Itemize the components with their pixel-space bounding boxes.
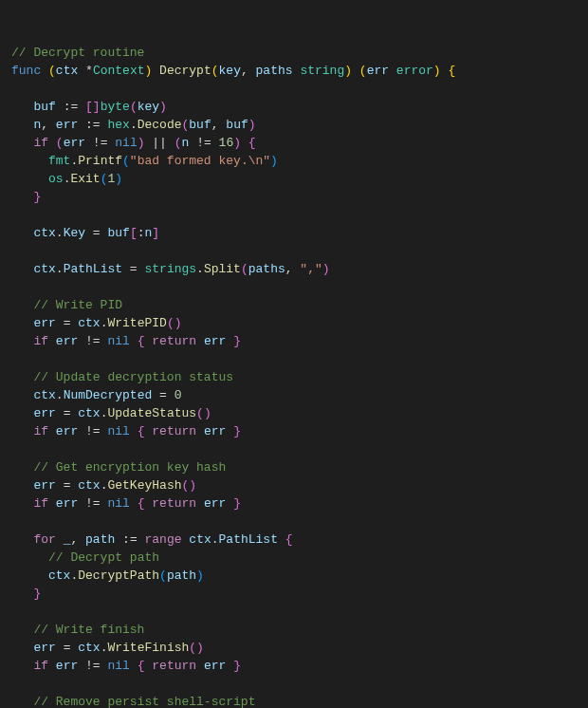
kw-return: return bbox=[152, 334, 196, 348]
comment-finish: // Write finish bbox=[33, 623, 144, 637]
kw-range: range bbox=[145, 532, 182, 547]
pkg-os: os bbox=[48, 172, 64, 186]
var-path: path bbox=[85, 532, 115, 547]
prop-numdecrypted: NumDecrypted bbox=[64, 388, 153, 402]
param-paths: paths bbox=[256, 64, 293, 78]
prop-pathlist: PathList bbox=[64, 262, 122, 276]
var-n: n bbox=[33, 118, 41, 132]
code-block: // Decrypt routine func (ctx *Context) D… bbox=[11, 44, 577, 708]
type-string: string bbox=[300, 64, 344, 78]
var-buf: buf bbox=[33, 100, 55, 114]
ret-err: err bbox=[367, 64, 389, 78]
pkg-hex: hex bbox=[107, 118, 129, 132]
comment-keyhash: // Get encryption key hash bbox=[33, 460, 226, 475]
str-badkey: "bad formed key.\n" bbox=[130, 154, 270, 168]
type-error: error bbox=[396, 64, 433, 78]
num-16: 16 bbox=[219, 136, 234, 150]
kw-for: for bbox=[33, 532, 55, 547]
pkg-strings: strings bbox=[144, 262, 196, 276]
str-comma: "," bbox=[300, 262, 322, 276]
prop-key: Key bbox=[64, 226, 85, 240]
param-key: key bbox=[219, 64, 241, 78]
comment-writepid: // Write PID bbox=[33, 298, 122, 312]
pkg-fmt: fmt bbox=[48, 154, 70, 168]
num-0: 0 bbox=[175, 388, 182, 402]
comment-remove: // Remove persist shell-script bbox=[33, 695, 255, 708]
comment-update: // Update decryption status bbox=[33, 370, 233, 384]
kw-if: if bbox=[33, 136, 48, 150]
comment-decrypt: // Decrypt path bbox=[48, 550, 159, 565]
func-decrypt: Decrypt bbox=[159, 64, 211, 78]
type-context: Context bbox=[93, 64, 145, 78]
comment-line: // Decrypt routine bbox=[11, 46, 144, 60]
kw-func: func bbox=[11, 64, 41, 78]
receiver-ctx: ctx bbox=[56, 64, 78, 78]
